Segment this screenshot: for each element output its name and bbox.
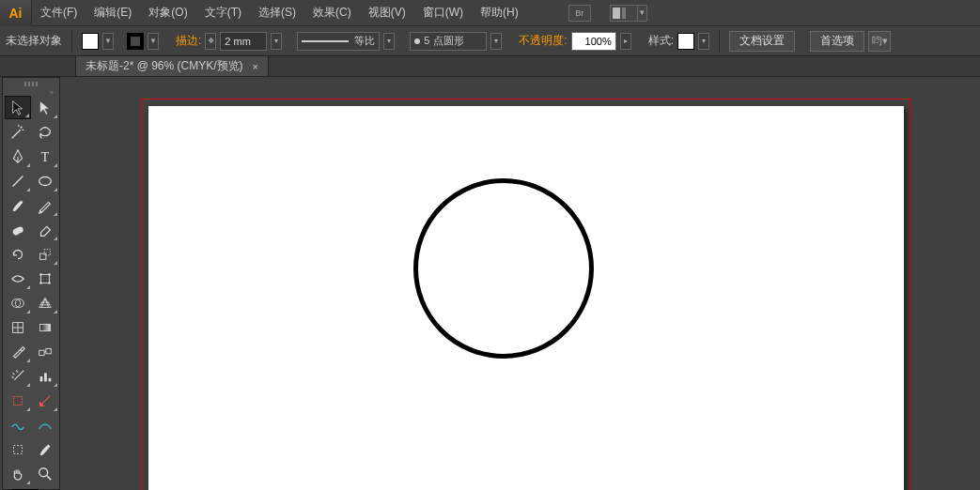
app-logo[interactable]: Ai <box>0 0 32 26</box>
brush-label: 5 点圆形 <box>424 34 463 48</box>
menu-window[interactable]: 窗口(W) <box>414 0 472 25</box>
stroke-swatch-dropdown[interactable]: ▼ <box>148 33 159 50</box>
opacity-label[interactable]: 不透明度: <box>519 33 567 49</box>
menu-select[interactable]: 选择(S) <box>250 0 304 25</box>
control-bar: 未选择对象 ▼ ▼ 描边: ❖ 2 mm ▾ 等比 ▾ 5 点圆形 ▾ 不透明度… <box>0 26 980 56</box>
profile-dropdown[interactable]: ▾ <box>383 33 395 50</box>
document-tab[interactable]: 未标题-2* @ 96% (CMYK/预览) × <box>75 55 269 76</box>
ellipse-object[interactable] <box>413 178 594 359</box>
graphic-style-swatch[interactable] <box>677 33 694 50</box>
opacity-dropdown[interactable]: ▸ <box>620 33 631 50</box>
canvas-area[interactable] <box>66 77 980 490</box>
variable-width-profile[interactable]: 等比 <box>297 32 380 51</box>
arrange-documents-dropdown[interactable]: ▼ <box>638 5 647 22</box>
align-panel-icon[interactable]: 呁▾ <box>868 31 891 52</box>
menu-items: 文件(F) 编辑(E) 对象(O) 文字(T) 选择(S) 效果(C) 视图(V… <box>32 0 527 25</box>
stroke-label[interactable]: 描边: <box>176 33 201 49</box>
workspace <box>0 77 980 490</box>
selection-status: 未选择对象 <box>6 33 62 49</box>
menu-effect[interactable]: 效果(C) <box>304 0 360 25</box>
preferences-button[interactable]: 首选项 <box>810 31 864 52</box>
menu-help[interactable]: 帮助(H) <box>472 0 527 25</box>
fill-swatch[interactable] <box>82 33 99 50</box>
stroke-weight-stepper[interactable]: ❖ <box>205 33 216 50</box>
style-label: 样式: <box>648 33 674 49</box>
style-dropdown[interactable]: ▾ <box>698 33 709 50</box>
stroke-weight-dropdown[interactable]: ▾ <box>271 33 282 50</box>
stroke-swatch[interactable] <box>127 33 144 50</box>
document-setup-button[interactable]: 文档设置 <box>729 31 795 52</box>
menubar: Ai 文件(F) 编辑(E) 对象(O) 文字(T) 选择(S) 效果(C) 视… <box>0 0 980 26</box>
brush-dropdown[interactable]: ▾ <box>490 33 502 50</box>
profile-label: 等比 <box>354 34 375 48</box>
document-tab-row: 未标题-2* @ 96% (CMYK/预览) × <box>0 56 980 77</box>
opacity-field[interactable]: 100% <box>571 32 616 51</box>
fill-swatch-dropdown[interactable]: ▼ <box>102 33 114 50</box>
stroke-weight-field[interactable]: 2 mm <box>220 32 267 51</box>
menu-file[interactable]: 文件(F) <box>32 0 86 25</box>
menu-edit[interactable]: 编辑(E) <box>86 0 140 25</box>
menu-object[interactable]: 对象(O) <box>140 0 195 25</box>
menu-view[interactable]: 视图(V) <box>360 0 414 25</box>
brush-dot-icon <box>414 38 420 44</box>
brush-definition[interactable]: 5 点圆形 <box>410 32 487 51</box>
bridge-button[interactable]: Br <box>568 5 591 22</box>
document-tab-title: 未标题-2* @ 96% (CMYK/预览) <box>86 58 243 74</box>
arrange-documents-button[interactable] <box>610 5 638 22</box>
document-tab-close-icon[interactable]: × <box>253 61 258 72</box>
menu-type[interactable]: 文字(T) <box>196 0 250 25</box>
